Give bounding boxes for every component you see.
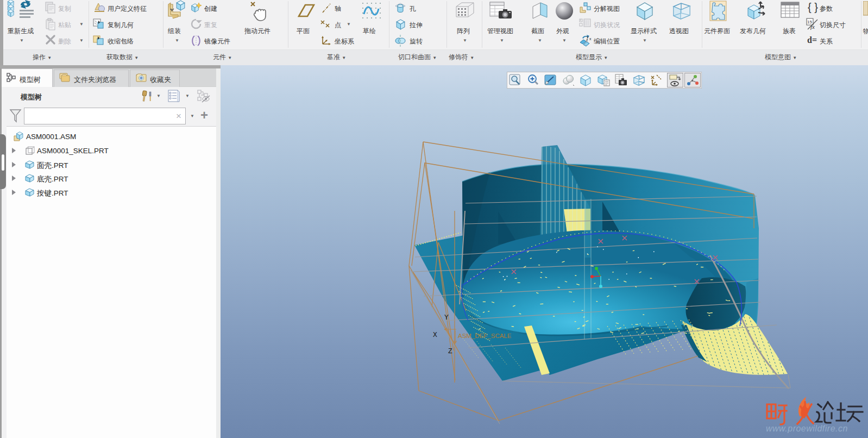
svg-text:z: z [586,38,588,42]
svg-text:X: X [433,331,437,339]
svg-text:ASM_DEF_SCALE: ASM_DEF_SCALE [458,333,512,339]
svg-text:Y: Y [444,314,449,322]
svg-text:Z: Z [448,347,452,355]
svg-text:d=: d= [807,35,817,45]
svg-text:{ }: { } [808,2,818,13]
svg-text:x: x [589,37,592,41]
